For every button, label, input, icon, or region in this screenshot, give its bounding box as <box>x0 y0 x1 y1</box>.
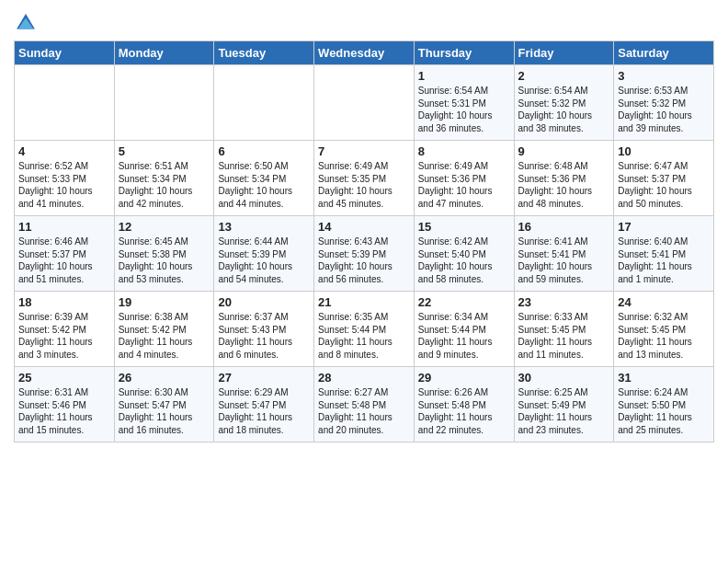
calendar-cell: 13Sunrise: 6:44 AMSunset: 5:39 PMDayligh… <box>214 216 314 292</box>
calendar-cell: 31Sunrise: 6:24 AMSunset: 5:50 PMDayligh… <box>614 367 714 442</box>
calendar-cell: 27Sunrise: 6:29 AMSunset: 5:47 PMDayligh… <box>214 367 314 442</box>
day-number: 18 <box>18 295 110 309</box>
day-number: 1 <box>418 69 510 83</box>
day-number: 6 <box>218 144 310 158</box>
day-number: 15 <box>418 220 510 234</box>
calendar-cell: 17Sunrise: 6:40 AMSunset: 5:41 PMDayligh… <box>614 216 714 292</box>
calendar-cell: 3Sunrise: 6:53 AMSunset: 5:32 PMDaylight… <box>614 65 714 141</box>
day-info: Sunrise: 6:40 AMSunset: 5:41 PMDaylight:… <box>618 236 710 285</box>
calendar-cell: 10Sunrise: 6:47 AMSunset: 5:37 PMDayligh… <box>614 141 714 216</box>
calendar-cell: 30Sunrise: 6:25 AMSunset: 5:49 PMDayligh… <box>514 367 614 442</box>
day-number: 9 <box>518 144 610 158</box>
day-number: 10 <box>618 144 710 158</box>
day-number: 25 <box>18 371 110 385</box>
calendar-cell <box>214 65 314 141</box>
day-info: Sunrise: 6:27 AMSunset: 5:48 PMDaylight:… <box>318 386 410 436</box>
calendar-cell: 21Sunrise: 6:35 AMSunset: 5:44 PMDayligh… <box>314 292 415 367</box>
calendar-cell: 16Sunrise: 6:41 AMSunset: 5:41 PMDayligh… <box>514 216 614 292</box>
calendar-cell: 11Sunrise: 6:46 AMSunset: 5:37 PMDayligh… <box>15 216 115 292</box>
day-info: Sunrise: 6:54 AMSunset: 5:32 PMDaylight:… <box>518 85 610 134</box>
calendar-cell: 20Sunrise: 6:37 AMSunset: 5:43 PMDayligh… <box>214 292 314 367</box>
calendar-cell: 5Sunrise: 6:51 AMSunset: 5:34 PMDaylight… <box>114 141 214 216</box>
day-info: Sunrise: 6:45 AMSunset: 5:38 PMDaylight:… <box>119 236 210 285</box>
calendar-header-row: SundayMondayTuesdayWednesdayThursdayFrid… <box>15 41 714 65</box>
day-info: Sunrise: 6:26 AMSunset: 5:48 PMDaylight:… <box>418 386 510 436</box>
day-info: Sunrise: 6:33 AMSunset: 5:45 PMDaylight:… <box>518 311 610 361</box>
day-number: 27 <box>218 371 310 385</box>
calendar-cell: 25Sunrise: 6:31 AMSunset: 5:46 PMDayligh… <box>15 367 115 442</box>
day-info: Sunrise: 6:31 AMSunset: 5:46 PMDaylight:… <box>18 386 110 436</box>
day-number: 20 <box>218 295 310 309</box>
calendar-cell <box>314 65 415 141</box>
day-info: Sunrise: 6:25 AMSunset: 5:49 PMDaylight:… <box>518 386 610 436</box>
day-info: Sunrise: 6:47 AMSunset: 5:37 PMDaylight:… <box>618 160 710 210</box>
calendar-cell: 14Sunrise: 6:43 AMSunset: 5:39 PMDayligh… <box>314 216 415 292</box>
day-number: 12 <box>119 220 210 234</box>
day-number: 16 <box>518 220 610 234</box>
header-sunday: Sunday <box>15 41 115 65</box>
day-number: 29 <box>418 371 510 385</box>
calendar-cell: 23Sunrise: 6:33 AMSunset: 5:45 PMDayligh… <box>514 292 614 367</box>
calendar-week-row: 4Sunrise: 6:52 AMSunset: 5:33 PMDaylight… <box>15 141 714 216</box>
day-info: Sunrise: 6:41 AMSunset: 5:41 PMDaylight:… <box>518 236 610 285</box>
calendar-week-row: 18Sunrise: 6:39 AMSunset: 5:42 PMDayligh… <box>15 292 714 367</box>
page-header <box>14 9 714 33</box>
day-info: Sunrise: 6:32 AMSunset: 5:45 PMDaylight:… <box>618 311 710 361</box>
day-info: Sunrise: 6:34 AMSunset: 5:44 PMDaylight:… <box>418 311 510 361</box>
day-info: Sunrise: 6:44 AMSunset: 5:39 PMDaylight:… <box>218 236 310 285</box>
calendar-cell: 1Sunrise: 6:54 AMSunset: 5:31 PMDaylight… <box>414 65 514 141</box>
day-info: Sunrise: 6:37 AMSunset: 5:43 PMDaylight:… <box>218 311 310 361</box>
calendar-cell <box>15 65 115 141</box>
day-number: 21 <box>318 295 410 309</box>
header-wednesday: Wednesday <box>314 41 415 65</box>
header-tuesday: Tuesday <box>214 41 314 65</box>
calendar-cell: 4Sunrise: 6:52 AMSunset: 5:33 PMDaylight… <box>15 141 115 216</box>
calendar-cell: 19Sunrise: 6:38 AMSunset: 5:42 PMDayligh… <box>114 292 214 367</box>
day-info: Sunrise: 6:48 AMSunset: 5:36 PMDaylight:… <box>518 160 610 210</box>
calendar-week-row: 1Sunrise: 6:54 AMSunset: 5:31 PMDaylight… <box>15 65 714 141</box>
day-number: 14 <box>318 220 410 234</box>
day-number: 3 <box>618 69 710 83</box>
calendar-week-row: 25Sunrise: 6:31 AMSunset: 5:46 PMDayligh… <box>15 367 714 442</box>
day-number: 8 <box>418 144 510 158</box>
calendar-week-row: 11Sunrise: 6:46 AMSunset: 5:37 PMDayligh… <box>15 216 714 292</box>
day-info: Sunrise: 6:29 AMSunset: 5:47 PMDaylight:… <box>218 386 310 436</box>
calendar-cell: 15Sunrise: 6:42 AMSunset: 5:40 PMDayligh… <box>414 216 514 292</box>
header-monday: Monday <box>114 41 214 65</box>
day-number: 13 <box>218 220 310 234</box>
day-number: 4 <box>18 144 110 158</box>
day-info: Sunrise: 6:51 AMSunset: 5:34 PMDaylight:… <box>119 160 210 210</box>
calendar-cell: 28Sunrise: 6:27 AMSunset: 5:48 PMDayligh… <box>314 367 415 442</box>
day-info: Sunrise: 6:54 AMSunset: 5:31 PMDaylight:… <box>418 85 510 134</box>
calendar-cell: 24Sunrise: 6:32 AMSunset: 5:45 PMDayligh… <box>614 292 714 367</box>
calendar-cell: 2Sunrise: 6:54 AMSunset: 5:32 PMDaylight… <box>514 65 614 141</box>
calendar-cell: 7Sunrise: 6:49 AMSunset: 5:35 PMDaylight… <box>314 141 415 216</box>
day-info: Sunrise: 6:49 AMSunset: 5:35 PMDaylight:… <box>318 160 410 210</box>
day-info: Sunrise: 6:46 AMSunset: 5:37 PMDaylight:… <box>18 236 110 285</box>
logo <box>14 13 36 33</box>
day-info: Sunrise: 6:38 AMSunset: 5:42 PMDaylight:… <box>119 311 210 361</box>
day-number: 26 <box>119 371 210 385</box>
day-info: Sunrise: 6:30 AMSunset: 5:47 PMDaylight:… <box>119 386 210 436</box>
calendar-table: SundayMondayTuesdayWednesdayThursdayFrid… <box>14 40 714 442</box>
calendar-cell: 22Sunrise: 6:34 AMSunset: 5:44 PMDayligh… <box>414 292 514 367</box>
calendar-cell: 9Sunrise: 6:48 AMSunset: 5:36 PMDaylight… <box>514 141 614 216</box>
day-number: 28 <box>318 371 410 385</box>
day-info: Sunrise: 6:53 AMSunset: 5:32 PMDaylight:… <box>618 85 710 134</box>
day-number: 22 <box>418 295 510 309</box>
header-saturday: Saturday <box>614 41 714 65</box>
day-number: 31 <box>618 371 710 385</box>
calendar-cell: 6Sunrise: 6:50 AMSunset: 5:34 PMDaylight… <box>214 141 314 216</box>
day-info: Sunrise: 6:52 AMSunset: 5:33 PMDaylight:… <box>18 160 110 210</box>
day-number: 5 <box>119 144 210 158</box>
day-info: Sunrise: 6:43 AMSunset: 5:39 PMDaylight:… <box>318 236 410 285</box>
day-number: 2 <box>518 69 610 83</box>
calendar-cell: 18Sunrise: 6:39 AMSunset: 5:42 PMDayligh… <box>15 292 115 367</box>
day-info: Sunrise: 6:49 AMSunset: 5:36 PMDaylight:… <box>418 160 510 210</box>
calendar-cell: 26Sunrise: 6:30 AMSunset: 5:47 PMDayligh… <box>114 367 214 442</box>
header-thursday: Thursday <box>414 41 514 65</box>
day-info: Sunrise: 6:42 AMSunset: 5:40 PMDaylight:… <box>418 236 510 285</box>
day-info: Sunrise: 6:35 AMSunset: 5:44 PMDaylight:… <box>318 311 410 361</box>
day-number: 19 <box>119 295 210 309</box>
logo-icon <box>16 13 36 33</box>
